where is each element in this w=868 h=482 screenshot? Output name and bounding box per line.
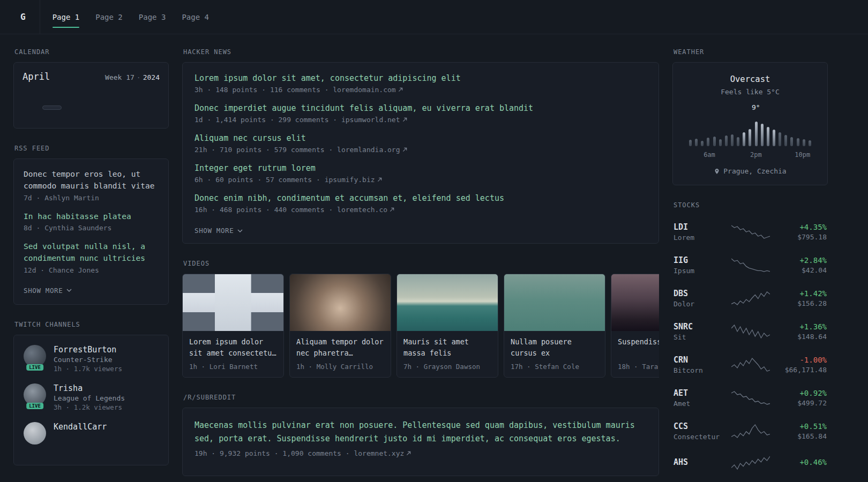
page-tab[interactable]: Page 4 [174,0,217,34]
stock-price: $499.72 [770,399,827,407]
stock-row[interactable]: SNRC Sit +1.36% $148.64 [672,315,828,348]
weather-bar [803,139,805,146]
rss-item[interactable]: Donec tempor eros leo, ut commodo mauris… [24,169,159,202]
page-tab[interactable]: Page 2 [87,0,131,34]
rss-show-more-label: SHOW MORE [24,287,63,295]
stock-list: LDI Lorem +4.35% $795.18 IIG Ipsum +2.84… [672,215,828,478]
video-card[interactable]: Lorem ipsum dolor sit amet consectetu… 1… [182,274,284,378]
weather-bar [731,134,734,146]
middle-column: HACKER NEWS Lorem ipsum dolor sit amet, … [182,48,659,482]
stock-labels: IIG Ipsum [674,255,731,275]
hn-item-title[interactable]: Donec imperdiet augue tincidunt felis al… [194,103,647,113]
video-title[interactable]: Mauris sit amet massa felis [403,336,491,359]
subreddit-post-title[interactable]: Maecenas mollis pulvinar erat non posuer… [194,419,647,446]
app-logo[interactable]: G [15,0,40,34]
stock-change: +1.36% [770,322,827,331]
rss-item-title[interactable]: In hac habitasse platea [24,211,159,223]
page-tab[interactable]: Page 3 [131,0,174,34]
weather-time-label: 2pm [750,151,762,159]
twitch-channel[interactable]: LIVE ForrestBurton Counter-Strike 1h · 1… [24,345,159,373]
stock-change: +0.46% [770,458,827,466]
widget-title-stocks: STOCKS [674,201,828,209]
weather-widget: WEATHER Overcast Feels like 5°C 9° 6am2p… [672,48,828,185]
rss-item-meta: 12d · Chance Jones [24,266,159,274]
stock-row[interactable]: IIG Ipsum +2.84% $42.04 [672,248,828,282]
stock-row[interactable]: CCS Consectetur +0.51% $165.84 [672,415,828,448]
stock-ticker: IIG [674,255,731,265]
widget-title-hackernews: HACKER NEWS [183,48,659,56]
stock-name: Dolor [674,300,731,308]
video-card[interactable]: Nullam posuere cursus ex 17h · Stefan Co… [504,274,605,378]
calendar-day [81,114,101,118]
stock-values: +1.42% $156.28 [770,289,827,307]
calendar-day [121,114,140,118]
stock-row[interactable]: CRN Bitcorn -1.00% $66,171.48 [672,348,828,381]
video-meta: 1h · Lori Barnett [189,363,277,371]
video-title[interactable]: Suspendisse diam [618,336,659,359]
chevron-down-icon [237,229,243,232]
channel-name[interactable]: ForrestBurton [54,345,122,355]
stock-labels: AET Amet [674,388,731,408]
hackernews-list: Lorem ipsum dolor sit amet, consectetur … [194,73,647,214]
stock-values: +4.35% $795.18 [770,223,827,241]
rss-show-more-button[interactable]: SHOW MORE [24,287,72,295]
subreddit-post-domain[interactable]: loremnet.xyz [354,449,411,457]
hn-item-title[interactable]: Aliquam nec cursus elit [194,133,647,143]
right-column: WEATHER Overcast Feels like 5°C 9° 6am2p… [672,48,828,482]
hn-item-domain[interactable]: loremlandia.org [337,146,407,154]
rss-item[interactable]: In hac habitasse platea 8d · Cynthia Sau… [24,211,159,232]
video-card[interactable]: Suspendisse diam 18h · Tara [611,274,659,378]
weather-time-label: 6am [704,151,715,159]
stock-row[interactable]: LDI Lorem +4.35% $795.18 [672,215,828,248]
stock-values: +0.46% [770,458,827,468]
video-title[interactable]: Aliquam tempor dolor nec pharetra… [296,336,384,359]
external-link-icon [398,87,403,92]
rss-item-title[interactable]: Donec tempor eros leo, ut commodo mauris… [24,169,159,192]
page-tab[interactable]: Page 1 [44,0,88,34]
hn-item-domain[interactable]: ipsumworld.net [341,116,407,124]
video-title[interactable]: Nullam posuere cursus ex [511,336,598,359]
video-thumbnail[interactable] [397,274,498,331]
weather-location[interactable]: Prague, Czechia [683,167,818,175]
channel-name[interactable]: KendallCarr [54,422,107,432]
rss-item-title[interactable]: Sed volutpat nulla nisl, a condimentum n… [24,241,159,265]
twitch-channel[interactable]: LIVE Trisha League of Legends 3h · 1.2k … [24,383,159,411]
rss-list: Donec tempor eros leo, ut commodo mauris… [24,169,159,274]
weather-temp-label: 9° [752,103,760,111]
stock-sparkline [731,323,770,340]
hn-show-more-button[interactable]: SHOW MORE [194,227,243,235]
hn-item: Aliquam nec cursus elit 21h · 710 points… [194,133,647,154]
topbar: G Page 1 Page 2 Page 3 Page 4 [0,0,868,34]
video-meta: 18h · Tara [618,363,659,371]
channel-name[interactable]: Trisha [54,383,125,393]
video-title[interactable]: Lorem ipsum dolor sit amet consectetu… [189,336,277,359]
video-card[interactable]: Mauris sit amet massa felis 7h · Grayson… [396,274,498,378]
rss-item[interactable]: Sed volutpat nulla nisl, a condimentum n… [24,241,159,274]
calendar-day [62,106,81,110]
hn-item-domain[interactable]: loremdomain.com [333,86,402,94]
calendar-day [81,106,101,110]
video-thumbnail[interactable] [183,274,283,331]
hn-item-domain[interactable]: ipsumify.biz [325,176,382,184]
hn-item: Donec imperdiet augue tincidunt felis al… [194,103,647,124]
stock-row[interactable]: AET Amet +0.92% $499.72 [672,381,828,415]
video-thumbnail[interactable] [611,274,659,331]
twitch-channel[interactable]: KendallCarr [24,422,159,445]
stock-change: +0.51% [770,422,827,431]
stock-ticker: CRN [674,355,731,365]
stock-sparkline [731,357,770,373]
hn-item-domain[interactable]: loremtech.co [337,206,394,214]
weather-bar [790,137,793,146]
video-card[interactable]: Aliquam tempor dolor nec pharetra… 1h · … [289,274,391,378]
hn-item-meta: 16h · 468 points · 440 comments · loremt… [194,206,647,214]
video-thumbnail[interactable] [290,274,391,331]
video-thumbnail[interactable] [504,274,605,331]
hn-item-title[interactable]: Integer eget rutrum lorem [194,163,647,173]
hn-item-title[interactable]: Lorem ipsum dolor sit amet, consectetur … [194,73,647,83]
hn-item-title[interactable]: Donec enim nibh, condimentum et accumsan… [194,193,647,203]
stock-row[interactable]: AHS +0.46% [672,448,828,478]
stock-row[interactable]: DBS Dolor +1.42% $156.28 [672,282,828,315]
calendar-widget: CALENDAR April Week 17·2024 [13,48,169,129]
weather-bar [767,127,769,146]
video-meta: 7h · Grayson Dawson [403,363,491,371]
